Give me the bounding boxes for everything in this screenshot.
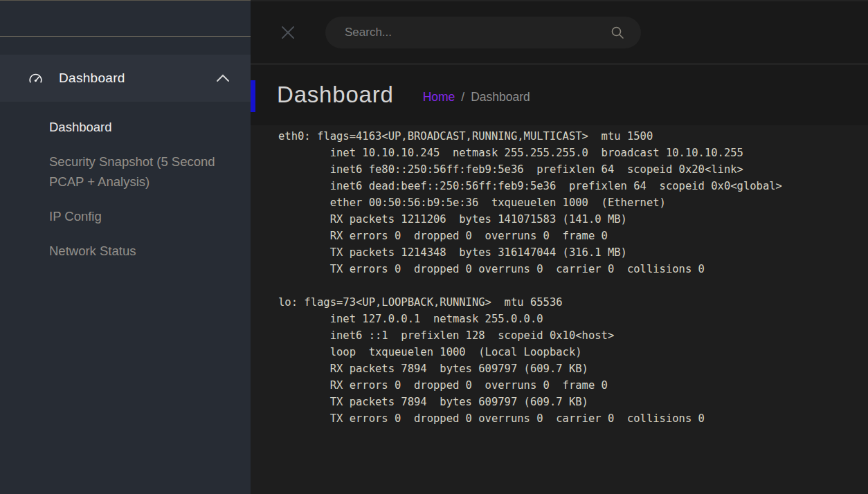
search-bar [325, 17, 641, 48]
breadcrumb-current: Dashboard [471, 90, 530, 104]
sidebar-item-security-snapshot[interactable]: Security Snapshot (5 Second PCAP + Analy… [0, 145, 239, 199]
sidebar-menu-dashboard[interactable]: Dashboard [0, 55, 251, 102]
terminal-output: eth0: flags=4163<UP,BROADCAST,RUNNING,MU… [251, 125, 868, 427]
close-button[interactable] [280, 24, 296, 41]
page-header: Dashboard Home / Dashboard [251, 64, 868, 125]
search-button[interactable] [611, 26, 624, 39]
accent-bar [251, 80, 255, 112]
main-area: Dashboard Home / Dashboard eth0: flags=4… [251, 0, 868, 494]
search-input[interactable] [345, 26, 611, 39]
sidebar-submenu: Dashboard Security Snapshot (5 Second PC… [0, 110, 251, 268]
page-title: Dashboard [277, 82, 394, 108]
topbar [251, 0, 868, 64]
breadcrumb: Home / Dashboard [423, 90, 530, 104]
sidebar-menu-label: Dashboard [59, 71, 216, 86]
gauge-icon [28, 71, 44, 86]
sidebar-header [0, 1, 251, 37]
sidebar-item-network-status[interactable]: Network Status [0, 234, 239, 268]
sidebar-item-ip-config[interactable]: IP Config [0, 199, 239, 234]
sidebar: Dashboard Dashboard Security Snapshot (5… [0, 0, 251, 494]
breadcrumb-separator: / [461, 90, 464, 104]
close-icon [280, 24, 296, 41]
content-area: eth0: flags=4163<UP,BROADCAST,RUNNING,MU… [251, 125, 868, 494]
chevron-up-icon [216, 74, 230, 82]
sidebar-item-dashboard[interactable]: Dashboard [0, 110, 239, 145]
search-icon [611, 26, 624, 39]
breadcrumb-home-link[interactable]: Home [423, 90, 455, 104]
